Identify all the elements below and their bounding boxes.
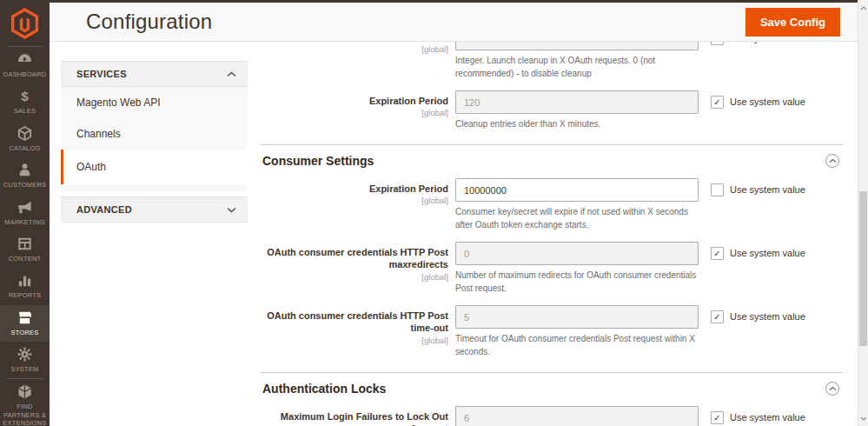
config-nav-clipped-item[interactable]: ENGAGEMENT CLOUD: [61, 42, 248, 49]
magento-logo-icon: [10, 8, 39, 39]
page-header: Configuration Save Config: [50, 3, 858, 42]
system-icon: [17, 346, 33, 363]
use-system-value-group: ✓Use system value: [711, 305, 805, 358]
collapse-section-button[interactable]: [825, 382, 839, 396]
field-input-expiration-period[interactable]: [455, 178, 699, 202]
page-body: ENGAGEMENT CLOUDSERVICESMagento Web APIC…: [50, 42, 858, 426]
use-system-value-label: Use system value: [730, 42, 805, 45]
stores-icon: [17, 310, 33, 326]
sidebar-item-label: REPORTS: [9, 291, 42, 299]
sidebar-item-label: CONTENT: [9, 255, 42, 263]
sidebar-item-sales[interactable]: $SALES: [0, 83, 50, 120]
field-label: OAuth consumer credentials HTTP Post tim…: [261, 310, 448, 335]
form-row: OAuth consumer credentials HTTP Post max…: [261, 242, 843, 295]
page-title: Configuration: [86, 10, 212, 34]
chevron-down-icon: [227, 207, 236, 213]
field-note: Cleanup entries older than X minutes.: [455, 117, 699, 130]
field-scope-tag: [global]: [261, 108, 448, 117]
field-input-col: Number of maximum redirects for OAuth co…: [455, 242, 699, 295]
field-note: Consumer key/secret will expire if not u…: [455, 205, 699, 231]
section-divider: [261, 144, 843, 145]
sales-icon: $: [17, 88, 33, 104]
field-input-maximum-login-failures-to-lock-out-account: [455, 406, 699, 426]
section-divider: [261, 372, 843, 373]
scrollbar-thumb[interactable]: [859, 191, 867, 346]
sidebar-item-label: MARKETING: [4, 218, 44, 226]
chevron-up-icon: [227, 71, 236, 77]
section-header-authentication-locks: Authentication Locks: [261, 382, 843, 396]
field-label-col: Expiration Period[global]: [261, 90, 448, 130]
section-title: Consumer Settings: [262, 154, 374, 168]
use-system-value-checkbox[interactable]: ✓: [711, 310, 724, 323]
sidebar-item-label: SALES: [14, 107, 36, 115]
save-config-button[interactable]: Save Config: [745, 8, 840, 37]
use-system-value-checkbox[interactable]: ✓: [711, 247, 724, 260]
sidebar-item-label: STORES: [11, 329, 39, 336]
dashboard-icon: [17, 51, 33, 68]
config-section-nav: ENGAGEMENT CLOUDSERVICESMagento Web APIC…: [61, 42, 248, 223]
config-nav-group-advanced[interactable]: ADVANCED: [61, 196, 248, 223]
use-system-value-group: ✓Use system value: [711, 406, 805, 426]
field-input-expiration-period: [455, 90, 699, 114]
collapse-section-button[interactable]: [825, 154, 839, 168]
scrollbar-down-arrow-icon[interactable]: [858, 412, 868, 424]
sidebar-item-customers[interactable]: CUSTOMERS: [0, 157, 50, 194]
use-system-value-checkbox[interactable]: ✓: [711, 96, 724, 109]
use-system-value-checkbox[interactable]: ✓: [711, 42, 724, 45]
config-nav-item-magento-web-api[interactable]: Magento Web API: [61, 87, 248, 118]
vertical-scrollbar[interactable]: [858, 0, 868, 426]
form-row: [global]Integer. Launch cleanup in X OAu…: [261, 42, 843, 80]
field-input-oauth-consumer-credentials-http-post-maxredirects: [455, 242, 699, 265]
magento-logo[interactable]: [0, 0, 50, 46]
config-form: [global]Integer. Launch cleanup in X OAu…: [261, 42, 843, 426]
use-system-value-label: Use system value: [730, 183, 805, 196]
sidebar-item-stores[interactable]: STORES: [0, 305, 50, 342]
field-input-col: Cleanup entries older than X minutes.: [455, 90, 699, 130]
field-label-col: Maximum Login Failures to Lock Out Accou…: [261, 406, 448, 426]
field-note: Integer. Launch cleanup in X OAuth reque…: [455, 54, 699, 80]
sidebar-item-label: SYSTEM: [10, 365, 38, 373]
use-system-value-label: Use system value: [730, 96, 805, 109]
form-row: Maximum Login Failures to Lock Out Accou…: [261, 406, 843, 426]
field-label: OAuth consumer credentials HTTP Post max…: [261, 246, 448, 271]
content-icon: [17, 236, 33, 252]
use-system-value-checkbox[interactable]: [711, 183, 724, 196]
marketing-icon: [17, 199, 33, 216]
field-label: Expiration Period: [261, 183, 448, 195]
scrollbar-up-arrow-icon[interactable]: [858, 2, 868, 14]
form-row: Expiration Period[global]Consumer key/se…: [261, 178, 843, 231]
use-system-value-group: ✓Use system value: [711, 90, 805, 130]
field-scope-tag: [global]: [261, 272, 448, 282]
sidebar-item-marketing[interactable]: MARKETING: [0, 195, 50, 231]
use-system-value-group: ✓Use system value: [711, 242, 805, 295]
extensions-icon: [17, 383, 33, 400]
field-input-col: Integer. Launch cleanup in X OAuth reque…: [455, 42, 699, 80]
config-nav-item-oauth[interactable]: OAuth: [61, 150, 248, 184]
sidebar-item-find-partners-extensions[interactable]: FIND PARTNERS & EXTENSIONS: [0, 379, 50, 426]
sidebar-item-reports[interactable]: REPORTS: [0, 268, 50, 304]
config-nav-group-services[interactable]: SERVICES: [61, 61, 248, 87]
use-system-value-checkbox[interactable]: ✓: [711, 411, 724, 424]
form-row: Expiration Period[global]Cleanup entries…: [261, 90, 843, 130]
sidebar-item-system[interactable]: SYSTEM: [0, 342, 50, 378]
sidebar-item-dashboard[interactable]: DASHBOARD: [0, 47, 50, 83]
field-input-col: Timeout for OAuth consumer credentials P…: [455, 305, 699, 358]
use-system-value-label: Use system value: [730, 247, 805, 260]
admin-top-strip: [0, 0, 858, 3]
field-input-oauth-consumer-credentials-http-post-time-out: [455, 305, 699, 329]
field-note: Timeout for OAuth consumer credentials P…: [455, 332, 699, 358]
reports-icon: [17, 272, 33, 289]
field-input-clipped: [455, 42, 699, 50]
config-nav-item-channels[interactable]: Channels: [61, 118, 248, 150]
field-input-col: Maximum Number of authentication failure…: [455, 406, 699, 426]
catalog-icon: [17, 125, 33, 142]
svg-text:$: $: [21, 89, 29, 103]
field-label-col: OAuth consumer credentials HTTP Post tim…: [261, 305, 448, 358]
sidebar-item-content[interactable]: CONTENT: [0, 231, 50, 268]
config-nav-group-label: ADVANCED: [76, 204, 132, 215]
use-system-value-group: Use system value: [711, 178, 805, 231]
use-system-value-label: Use system value: [730, 310, 805, 323]
field-label-col: OAuth consumer credentials HTTP Post max…: [261, 242, 448, 295]
sidebar-item-catalog[interactable]: CATALOG: [0, 121, 50, 157]
field-label-col: [global]: [261, 42, 448, 80]
